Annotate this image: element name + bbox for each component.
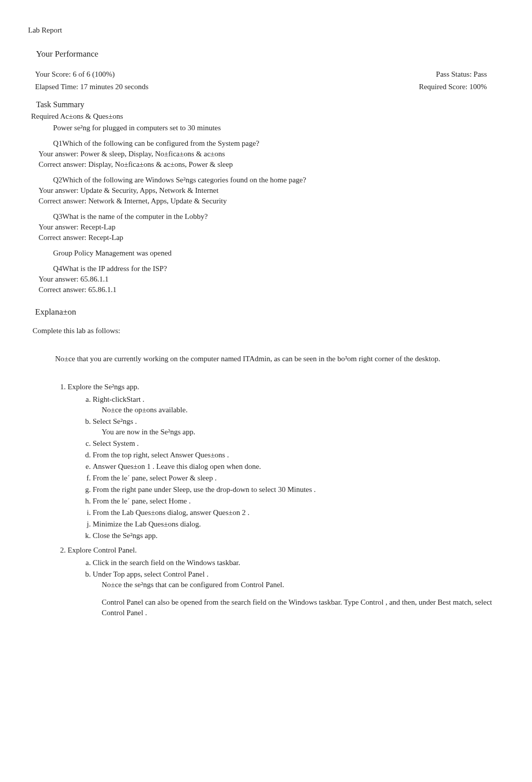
- required-score-label: Required Score: 100%: [419, 82, 487, 92]
- step-2b: Under Top apps, select Control Panel . N…: [93, 569, 512, 618]
- explanation-notice: No±ce that you are currently working on …: [55, 354, 492, 364]
- main-steps-list: Explore the Se²ngs app. Right-clickStart…: [68, 382, 512, 618]
- q3-correct-answer: Correct answer: Recept-Lap: [39, 232, 512, 243]
- step-1g: From the right pane under Sleep, use the…: [93, 484, 512, 495]
- step-1: Explore the Se²ngs app. Right-clickStart…: [68, 382, 512, 541]
- elapsed-time-label: Elapsed Time: 17 minutes 20 seconds: [35, 82, 148, 92]
- explanation-intro: Complete this lab as follows:: [33, 326, 512, 336]
- q2-question: Q2Which of the following are Windows Se²…: [53, 175, 512, 185]
- step-2-title: Explore Control Panel.: [68, 546, 137, 554]
- performance-heading: Your Performance: [36, 48, 512, 60]
- step-1b-text: Select Se²ngs .: [93, 417, 137, 425]
- step-2-sublist: Click in the search field on the Windows…: [93, 558, 512, 618]
- step-2: Explore Control Panel. Click in the sear…: [68, 545, 512, 618]
- step-1a-note: No±ce the op±ons available.: [102, 405, 512, 415]
- action-item-1: Power se²ng for plugged in computers set…: [53, 123, 512, 133]
- explanation-heading: Explana±on: [35, 306, 512, 318]
- step-1k: Close the Se²ngs app.: [93, 531, 512, 541]
- step-2b-text: Under Top apps, select Control Panel .: [93, 570, 208, 578]
- step-1b-note: You are now in the Se²ngs app.: [102, 427, 512, 437]
- step-1e: Answer Ques±on 1 . Leave this dialog ope…: [93, 461, 512, 472]
- your-score-label: Your Score: 6 of 6 (100%): [35, 69, 115, 80]
- step-1c: Select System .: [93, 438, 512, 449]
- q1-correct-answer: Correct answer: Display, No±fica±ons & a…: [39, 159, 512, 170]
- step-1a: Right-clickStart . No±ce the op±ons avai…: [93, 394, 512, 415]
- score-row: Your Score: 6 of 6 (100%) Pass Status: P…: [35, 69, 487, 80]
- step-2b-note: No±ce the se²ngs that can be configured …: [102, 580, 512, 590]
- time-row: Elapsed Time: 17 minutes 20 seconds Requ…: [35, 82, 487, 92]
- q3-your-answer: Your answer: Recept-Lap: [39, 222, 512, 232]
- step-1b: Select Se²ngs . You are now in the Se²ng…: [93, 416, 512, 437]
- step-1h: From the le´ pane, select Home .: [93, 496, 512, 506]
- action-item-2: Group Policy Management was opened: [53, 248, 512, 258]
- qa-block-3: Q3What is the name of the computer in th…: [35, 211, 512, 243]
- qa-block-2: Q2Which of the following are Windows Se²…: [35, 175, 512, 206]
- step-1-title: Explore the Se²ngs app.: [68, 383, 139, 391]
- required-actions-heading: Required Ac±ons & Ques±ons: [31, 111, 512, 122]
- step-2a: Click in the search field on the Windows…: [93, 558, 512, 568]
- qa-block-1: Q1Which of the following can be configur…: [35, 138, 512, 170]
- q4-your-answer: Your answer: 65.86.1.1: [39, 274, 512, 285]
- q3-question: Q3What is the name of the computer in th…: [53, 211, 512, 222]
- q1-your-answer: Your answer: Power & sleep, Display, No±…: [39, 149, 512, 159]
- step-1i: From the Lab Ques±ons dialog, answer Que…: [93, 507, 512, 518]
- q2-correct-answer: Correct answer: Network & Internet, Apps…: [39, 196, 512, 206]
- q2-your-answer: Your answer: Update & Security, Apps, Ne…: [39, 185, 512, 196]
- step-1a-text: Right-clickStart .: [93, 395, 144, 403]
- page-header-title: Lab Report: [28, 25, 512, 36]
- step-1j: Minimize the Lab Ques±ons dialog.: [93, 519, 512, 530]
- q4-question: Q4What is the IP address for the ISP?: [53, 264, 512, 274]
- pass-status-label: Pass Status: Pass: [436, 69, 487, 80]
- step-2b-extra: Control Panel can also be opened from th…: [102, 597, 497, 618]
- step-1d: From the top right, select Answer Ques±o…: [93, 450, 512, 460]
- q1-question: Q1Which of the following can be configur…: [53, 138, 512, 149]
- task-summary-heading: Task Summary: [36, 99, 512, 110]
- qa-block-4: Q4What is the IP address for the ISP? Yo…: [35, 264, 512, 295]
- q4-correct-answer: Correct answer: 65.86.1.1: [39, 285, 512, 295]
- step-1-sublist: Right-clickStart . No±ce the op±ons avai…: [93, 394, 512, 541]
- step-1f: From the le´ pane, select Power & sleep …: [93, 473, 512, 483]
